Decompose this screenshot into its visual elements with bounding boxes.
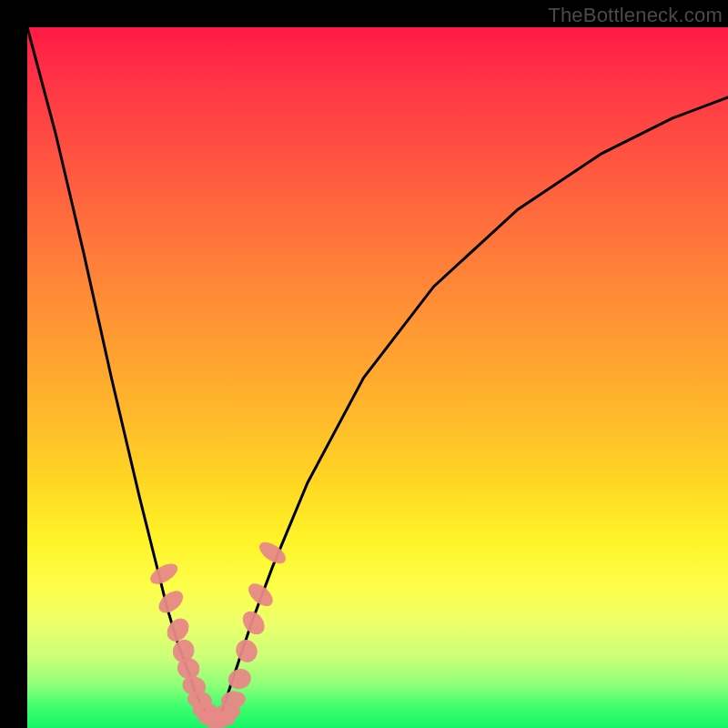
marker-point xyxy=(163,615,192,645)
marker-point xyxy=(233,637,261,665)
bottleneck-curve xyxy=(27,27,728,724)
plot-area xyxy=(27,27,728,728)
watermark-text: TheBottleneck.com xyxy=(548,4,723,27)
marker-point xyxy=(239,608,268,638)
curve-right-branch xyxy=(217,97,728,724)
marker-cluster xyxy=(147,539,288,728)
marker-point xyxy=(147,561,180,588)
curve-left-branch xyxy=(27,27,217,724)
chart-frame: TheBottleneck.com xyxy=(0,0,728,728)
marker-point xyxy=(156,587,187,616)
curve-layer xyxy=(27,27,728,728)
marker-point xyxy=(245,580,276,610)
